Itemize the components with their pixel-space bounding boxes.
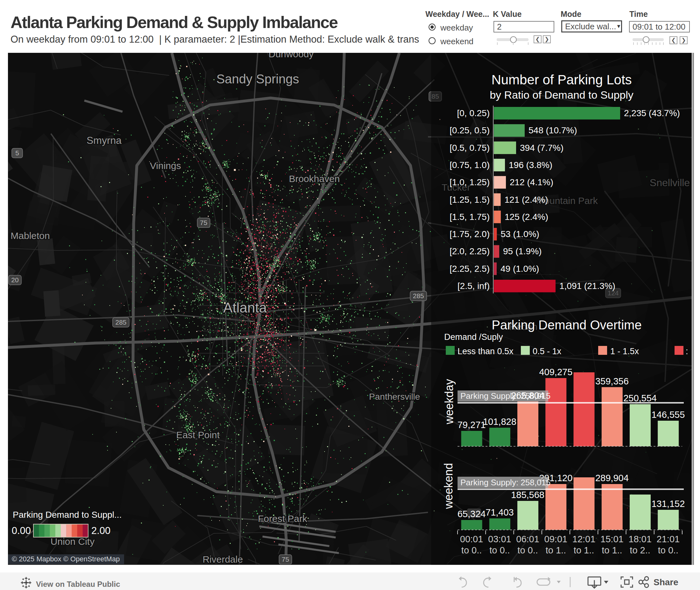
svg-text:49 (1.0%): 49 (1.0%)	[500, 264, 539, 274]
svg-text:to 1..: to 1..	[546, 545, 566, 555]
svg-text:to 0..: to 0..	[461, 545, 482, 555]
svg-text:71,403: 71,403	[486, 507, 514, 517]
svg-text:2,235 (43.7%): 2,235 (43.7%)	[624, 108, 680, 118]
svg-text:[2.0, 2.25): [2.0, 2.25)	[449, 246, 490, 256]
svg-text:[1.0, 1.25): [1.0, 1.25)	[449, 177, 490, 187]
svg-text:285: 285	[413, 292, 424, 299]
svg-text:[1.5, 1.75): [1.5, 1.75)	[449, 212, 490, 222]
svg-text:125 (2.4%): 125 (2.4%)	[505, 212, 548, 222]
svg-text:285: 285	[115, 318, 126, 326]
svg-text:Mableton: Mableton	[10, 230, 49, 241]
svg-text::: :	[686, 347, 688, 356]
svg-text:18:01: 18:01	[628, 534, 652, 544]
svg-text:121 (2.4%): 121 (2.4%)	[505, 195, 548, 205]
svg-text:[2.5, inf): [2.5, inf)	[458, 281, 490, 291]
svg-text:[0.5, 0.75): [0.5, 0.75)	[449, 143, 490, 153]
svg-text:Number of Parking Lots: Number of Parking Lots	[491, 72, 631, 87]
svg-text:185,568: 185,568	[511, 490, 544, 500]
svg-text:Parking Demand to Suppl...: Parking Demand to Suppl...	[13, 510, 121, 520]
svg-text:06:01: 06:01	[516, 534, 539, 544]
svg-text:12:01: 12:01	[573, 534, 596, 544]
svg-text:265,804: 265,804	[511, 390, 544, 401]
svg-text:75: 75	[200, 219, 207, 226]
svg-text:Panthersville: Panthersville	[369, 392, 420, 402]
svg-text:by Ratio of Demand to Supply: by Ratio of Demand to Supply	[490, 89, 633, 101]
svg-text:146,555: 146,555	[651, 410, 685, 420]
svg-text:5: 5	[15, 149, 19, 157]
svg-text:Vinings: Vinings	[150, 161, 181, 171]
svg-text:Atlanta: Atlanta	[223, 300, 267, 315]
svg-text:548 (10.7%): 548 (10.7%)	[528, 125, 577, 135]
svg-text:20: 20	[11, 276, 18, 284]
svg-text:[0.75, 1.0): [0.75, 1.0)	[449, 160, 490, 170]
svg-text:to 1..: to 1..	[602, 545, 622, 555]
svg-text:Sandy Springs: Sandy Springs	[216, 72, 299, 86]
svg-text:to 0..: to 0..	[517, 545, 538, 555]
svg-text:03:01: 03:01	[488, 534, 511, 544]
svg-text:0.00: 0.00	[12, 525, 31, 536]
svg-text:95 (1.9%): 95 (1.9%)	[503, 246, 541, 256]
svg-text:East Point: East Point	[176, 429, 220, 440]
svg-text:Brookhaven: Brookhaven	[289, 174, 340, 184]
svg-text:101,828: 101,828	[483, 416, 516, 427]
svg-text:© 2025 Mapbox © OpenStreetMap: © 2025 Mapbox © OpenStreetMap	[12, 555, 120, 563]
svg-text:212 (4.1%): 212 (4.1%)	[510, 177, 553, 187]
svg-text:53 (1.0%): 53 (1.0%)	[501, 229, 539, 239]
svg-text:[0, 0.25): [0, 0.25)	[457, 108, 490, 118]
svg-text:[1.75, 2.0): [1.75, 2.0)	[449, 229, 490, 239]
svg-text:1 - 1.5x: 1 - 1.5x	[610, 347, 639, 356]
svg-text:131,152: 131,152	[651, 499, 685, 509]
svg-text:to 0..: to 0..	[658, 545, 679, 555]
svg-text:Demand /Suply: Demand /Suply	[444, 332, 503, 342]
svg-text:15:01: 15:01	[600, 534, 624, 544]
svg-text:289,904: 289,904	[595, 473, 629, 483]
svg-text:1,091 (21.3%): 1,091 (21.3%)	[559, 281, 615, 291]
svg-text:359,356: 359,356	[595, 376, 629, 386]
svg-text:196 (3.8%): 196 (3.8%)	[509, 160, 553, 170]
svg-text:to 0..: to 0..	[489, 545, 510, 555]
svg-text:00:01: 00:01	[460, 534, 483, 544]
svg-text:Dunwoody: Dunwoody	[269, 53, 314, 59]
svg-text:79,271: 79,271	[458, 420, 486, 430]
svg-text:[1.25, 1.5): [1.25, 1.5)	[449, 195, 490, 205]
svg-text:Share: Share	[654, 577, 678, 587]
svg-text:to 1..: to 1..	[574, 545, 594, 555]
svg-text:Less than 0.5x: Less than 0.5x	[458, 347, 514, 356]
svg-text:Forest Park: Forest Park	[258, 513, 307, 524]
svg-text:09:01: 09:01	[544, 534, 568, 544]
svg-text:weekday: weekday	[442, 379, 456, 424]
svg-text:Parking Supply: 258,015: Parking Supply: 258,015	[461, 478, 551, 487]
svg-text:0.5 - 1x: 0.5 - 1x	[533, 347, 562, 356]
svg-text:Union City: Union City	[51, 536, 95, 547]
svg-text:weekend: weekend	[442, 463, 455, 509]
svg-text:Parking Demand Overtime: Parking Demand Overtime	[492, 318, 641, 332]
svg-text:[0.25, 0.5): [0.25, 0.5)	[449, 125, 490, 135]
svg-text:75: 75	[282, 556, 289, 563]
svg-text:21:01: 21:01	[657, 534, 680, 544]
svg-text:to 2..: to 2..	[630, 545, 651, 555]
svg-text:394 (7.7%): 394 (7.7%)	[520, 143, 564, 153]
svg-text:Riverdale: Riverdale	[203, 554, 243, 565]
svg-text:409,275: 409,275	[539, 367, 573, 377]
svg-text:65,324: 65,324	[458, 509, 486, 519]
svg-text:[2.25, 2.5): [2.25, 2.5)	[449, 264, 490, 274]
svg-text:2.00: 2.00	[91, 525, 110, 536]
svg-text:Smyrna: Smyrna	[87, 134, 121, 146]
svg-text:250,554: 250,554	[623, 393, 657, 403]
